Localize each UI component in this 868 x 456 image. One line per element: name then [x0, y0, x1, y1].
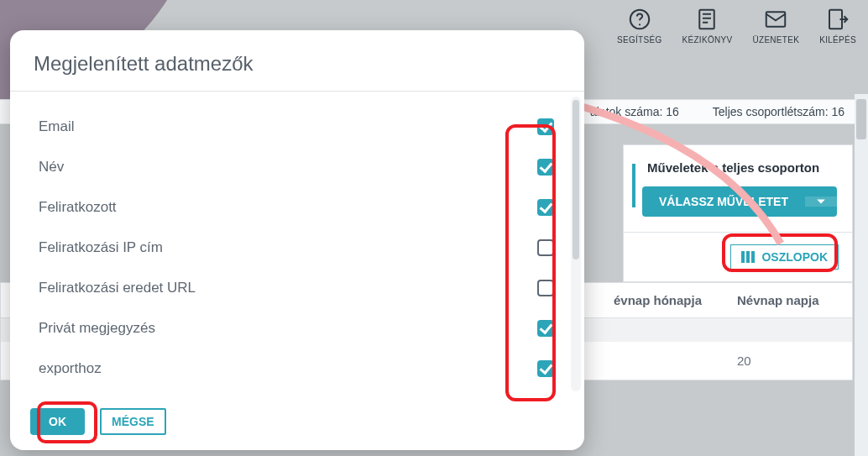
field-row: Név: [39, 147, 561, 187]
help-icon: [627, 7, 652, 32]
field-list: EmailNévFeliratkozottFeliratkozási IP cí…: [39, 107, 561, 389]
nav-logout-label: KILÉPÉS: [819, 35, 856, 45]
top-nav: SEGÍTSÉG KÉZIKÖNYV ÜZENETEK KILÉPÉS: [617, 7, 856, 45]
grid-cell: 20: [729, 342, 852, 380]
columns-icon: [741, 251, 756, 263]
ok-button[interactable]: OK: [30, 408, 85, 435]
grid-cell: [605, 318, 729, 342]
field-label: Email: [39, 118, 75, 135]
scrollbar-thumb[interactable]: [573, 100, 579, 259]
svg-point-1: [639, 24, 641, 25]
cancel-button[interactable]: MÉGSE: [100, 408, 166, 435]
select-operation-dropdown[interactable]: VÁLASSZ MŰVELETET: [642, 186, 837, 217]
logout-icon: [825, 7, 850, 32]
field-label: Név: [39, 159, 64, 176]
group-actions-panel: Műveletek a teljes csoporton VÁLASSZ MŰV…: [623, 144, 853, 234]
svg-rect-2: [700, 10, 715, 29]
field-label: Feliratkozott: [39, 199, 117, 216]
field-checkbox[interactable]: [537, 199, 554, 216]
chevron-down-icon: [805, 197, 837, 207]
field-row: Feliratkozott: [39, 187, 561, 228]
grid-header-col2[interactable]: Névnap napja: [729, 283, 852, 317]
scrollbar-thumb[interactable]: [856, 99, 866, 139]
svg-rect-9: [746, 251, 750, 263]
nav-manual[interactable]: KÉZIKÖNYV: [682, 7, 733, 45]
field-label: Privát megjegyzés: [39, 320, 155, 337]
displayed-fields-modal: Megjelenített adatmezők EmailNévFeliratk…: [10, 30, 584, 450]
grid-header-col1[interactable]: évnap hónapja: [605, 283, 729, 317]
svg-rect-10: [751, 251, 755, 263]
columns-button-label: OSZLOPOK: [761, 250, 828, 264]
field-label: Feliratkozási eredet URL: [39, 280, 196, 296]
field-checkbox[interactable]: [537, 360, 554, 377]
group-value: 16: [831, 105, 844, 118]
nav-logout[interactable]: KILÉPÉS: [819, 7, 856, 45]
columns-button[interactable]: OSZLOPOK: [730, 244, 839, 270]
hits-label: alatok száma:: [590, 105, 662, 118]
manual-icon: [694, 7, 719, 32]
grid-cell: [605, 342, 729, 380]
group-actions-title: Műveletek a teljes csoporton: [647, 160, 837, 175]
nav-help-label: SEGÍTSÉG: [617, 35, 662, 45]
mail-icon: [763, 7, 788, 32]
nav-help[interactable]: SEGÍTSÉG: [617, 7, 662, 45]
field-checkbox[interactable]: [537, 118, 554, 135]
hits-value: 16: [666, 105, 679, 118]
nav-messages[interactable]: ÜZENETEK: [752, 7, 799, 45]
grid-cell: [729, 318, 852, 342]
field-row: Email: [39, 107, 561, 147]
nav-messages-label: ÜZENETEK: [752, 35, 799, 45]
svg-rect-6: [766, 12, 786, 27]
modal-title: Megjelenített adatmezők: [10, 30, 584, 91]
field-checkbox[interactable]: [537, 320, 554, 337]
svg-rect-8: [741, 251, 745, 263]
modal-scrollbar[interactable]: [571, 97, 581, 391]
field-checkbox[interactable]: [537, 280, 554, 296]
field-label: Feliratkozási IP cím: [39, 239, 163, 256]
field-row: Privát megjegyzés: [39, 308, 561, 349]
field-checkbox[interactable]: [537, 239, 554, 256]
field-row: Feliratkozási eredet URL: [39, 268, 561, 308]
field-label: exporthoz: [39, 360, 102, 377]
accent-bar: [632, 164, 635, 207]
field-checkbox[interactable]: [537, 159, 554, 176]
page-scrollbar[interactable]: [855, 94, 868, 456]
nav-manual-label: KÉZIKÖNYV: [682, 35, 733, 45]
columns-button-panel: OSZLOPOK: [623, 232, 853, 282]
select-operation-label: VÁLASSZ MŰVELETET: [642, 195, 805, 208]
field-row: exporthoz: [39, 349, 561, 389]
field-row: Feliratkozási IP cím: [39, 228, 561, 268]
group-label: Teljes csoportlétszám:: [713, 105, 829, 118]
